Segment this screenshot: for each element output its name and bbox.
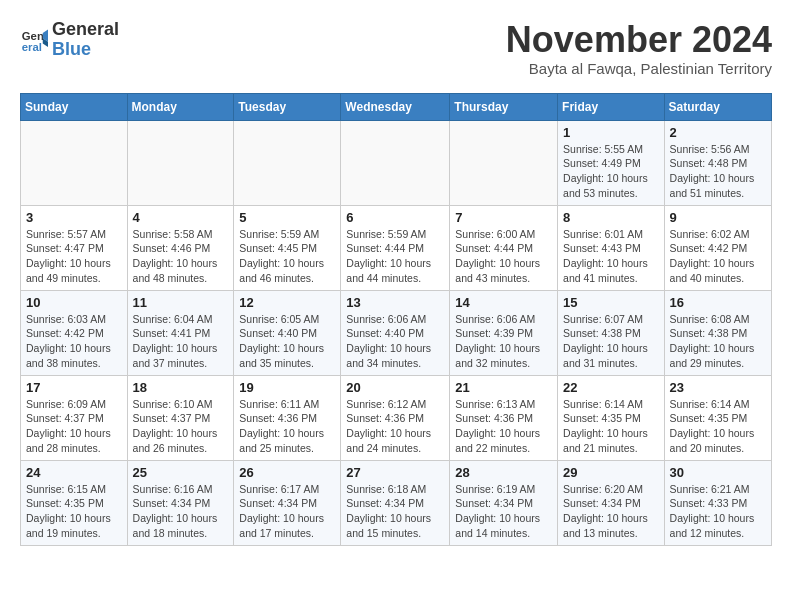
day-info: Sunrise: 5:58 AM Sunset: 4:46 PM Dayligh… (133, 227, 229, 286)
day-info: Sunrise: 6:18 AM Sunset: 4:34 PM Dayligh… (346, 482, 444, 541)
day-info: Sunrise: 6:07 AM Sunset: 4:38 PM Dayligh… (563, 312, 659, 371)
calendar-week-row: 17Sunrise: 6:09 AM Sunset: 4:37 PM Dayli… (21, 375, 772, 460)
calendar-week-row: 1Sunrise: 5:55 AM Sunset: 4:49 PM Daylig… (21, 120, 772, 205)
logo-text-blue: Blue (52, 40, 119, 60)
day-info: Sunrise: 6:15 AM Sunset: 4:35 PM Dayligh… (26, 482, 122, 541)
day-number: 2 (670, 125, 766, 140)
day-info: Sunrise: 6:21 AM Sunset: 4:33 PM Dayligh… (670, 482, 766, 541)
calendar-week-row: 3Sunrise: 5:57 AM Sunset: 4:47 PM Daylig… (21, 205, 772, 290)
day-number: 4 (133, 210, 229, 225)
calendar-day-cell: 3Sunrise: 5:57 AM Sunset: 4:47 PM Daylig… (21, 205, 128, 290)
calendar-day-cell: 13Sunrise: 6:06 AM Sunset: 4:40 PM Dayli… (341, 290, 450, 375)
day-number: 29 (563, 465, 659, 480)
calendar-day-cell: 10Sunrise: 6:03 AM Sunset: 4:42 PM Dayli… (21, 290, 128, 375)
calendar-day-cell: 2Sunrise: 5:56 AM Sunset: 4:48 PM Daylig… (664, 120, 771, 205)
calendar-day-cell (127, 120, 234, 205)
calendar-day-cell: 18Sunrise: 6:10 AM Sunset: 4:37 PM Dayli… (127, 375, 234, 460)
logo-text-general: General (52, 20, 119, 40)
day-number: 8 (563, 210, 659, 225)
calendar-day-cell: 6Sunrise: 5:59 AM Sunset: 4:44 PM Daylig… (341, 205, 450, 290)
day-info: Sunrise: 6:20 AM Sunset: 4:34 PM Dayligh… (563, 482, 659, 541)
page-header: Gen eral General Blue November 2024 Bayt… (20, 20, 772, 77)
day-number: 27 (346, 465, 444, 480)
day-info: Sunrise: 6:11 AM Sunset: 4:36 PM Dayligh… (239, 397, 335, 456)
calendar-day-cell: 27Sunrise: 6:18 AM Sunset: 4:34 PM Dayli… (341, 460, 450, 545)
day-number: 16 (670, 295, 766, 310)
day-info: Sunrise: 6:08 AM Sunset: 4:38 PM Dayligh… (670, 312, 766, 371)
logo: Gen eral General Blue (20, 20, 119, 60)
weekday-header-sunday: Sunday (21, 93, 128, 120)
day-number: 20 (346, 380, 444, 395)
calendar-day-cell: 26Sunrise: 6:17 AM Sunset: 4:34 PM Dayli… (234, 460, 341, 545)
day-info: Sunrise: 6:19 AM Sunset: 4:34 PM Dayligh… (455, 482, 552, 541)
day-info: Sunrise: 6:00 AM Sunset: 4:44 PM Dayligh… (455, 227, 552, 286)
title-area: November 2024 Bayta al Fawqa, Palestinia… (506, 20, 772, 77)
svg-text:eral: eral (22, 40, 42, 52)
calendar-day-cell: 11Sunrise: 6:04 AM Sunset: 4:41 PM Dayli… (127, 290, 234, 375)
day-info: Sunrise: 6:09 AM Sunset: 4:37 PM Dayligh… (26, 397, 122, 456)
calendar-week-row: 10Sunrise: 6:03 AM Sunset: 4:42 PM Dayli… (21, 290, 772, 375)
day-number: 19 (239, 380, 335, 395)
day-number: 9 (670, 210, 766, 225)
calendar-day-cell: 20Sunrise: 6:12 AM Sunset: 4:36 PM Dayli… (341, 375, 450, 460)
calendar-day-cell: 22Sunrise: 6:14 AM Sunset: 4:35 PM Dayli… (558, 375, 665, 460)
calendar-day-cell: 17Sunrise: 6:09 AM Sunset: 4:37 PM Dayli… (21, 375, 128, 460)
day-info: Sunrise: 6:04 AM Sunset: 4:41 PM Dayligh… (133, 312, 229, 371)
calendar-table: SundayMondayTuesdayWednesdayThursdayFrid… (20, 93, 772, 546)
day-number: 1 (563, 125, 659, 140)
location-subtitle: Bayta al Fawqa, Palestinian Territory (506, 60, 772, 77)
day-info: Sunrise: 6:05 AM Sunset: 4:40 PM Dayligh… (239, 312, 335, 371)
calendar-day-cell: 19Sunrise: 6:11 AM Sunset: 4:36 PM Dayli… (234, 375, 341, 460)
weekday-header-monday: Monday (127, 93, 234, 120)
calendar-day-cell (450, 120, 558, 205)
calendar-day-cell: 4Sunrise: 5:58 AM Sunset: 4:46 PM Daylig… (127, 205, 234, 290)
weekday-header-thursday: Thursday (450, 93, 558, 120)
day-info: Sunrise: 6:12 AM Sunset: 4:36 PM Dayligh… (346, 397, 444, 456)
calendar-day-cell: 14Sunrise: 6:06 AM Sunset: 4:39 PM Dayli… (450, 290, 558, 375)
calendar-day-cell: 28Sunrise: 6:19 AM Sunset: 4:34 PM Dayli… (450, 460, 558, 545)
calendar-day-cell: 25Sunrise: 6:16 AM Sunset: 4:34 PM Dayli… (127, 460, 234, 545)
month-title: November 2024 (506, 20, 772, 60)
calendar-week-row: 24Sunrise: 6:15 AM Sunset: 4:35 PM Dayli… (21, 460, 772, 545)
day-info: Sunrise: 6:17 AM Sunset: 4:34 PM Dayligh… (239, 482, 335, 541)
day-number: 11 (133, 295, 229, 310)
day-info: Sunrise: 6:13 AM Sunset: 4:36 PM Dayligh… (455, 397, 552, 456)
calendar-day-cell: 23Sunrise: 6:14 AM Sunset: 4:35 PM Dayli… (664, 375, 771, 460)
day-number: 30 (670, 465, 766, 480)
day-number: 7 (455, 210, 552, 225)
calendar-day-cell: 15Sunrise: 6:07 AM Sunset: 4:38 PM Dayli… (558, 290, 665, 375)
day-info: Sunrise: 5:55 AM Sunset: 4:49 PM Dayligh… (563, 142, 659, 201)
weekday-header-row: SundayMondayTuesdayWednesdayThursdayFrid… (21, 93, 772, 120)
day-number: 23 (670, 380, 766, 395)
calendar-day-cell: 30Sunrise: 6:21 AM Sunset: 4:33 PM Dayli… (664, 460, 771, 545)
day-number: 13 (346, 295, 444, 310)
day-info: Sunrise: 6:01 AM Sunset: 4:43 PM Dayligh… (563, 227, 659, 286)
day-info: Sunrise: 6:06 AM Sunset: 4:40 PM Dayligh… (346, 312, 444, 371)
weekday-header-tuesday: Tuesday (234, 93, 341, 120)
day-number: 18 (133, 380, 229, 395)
day-info: Sunrise: 5:59 AM Sunset: 4:44 PM Dayligh… (346, 227, 444, 286)
calendar-day-cell: 29Sunrise: 6:20 AM Sunset: 4:34 PM Dayli… (558, 460, 665, 545)
calendar-day-cell (234, 120, 341, 205)
day-info: Sunrise: 6:16 AM Sunset: 4:34 PM Dayligh… (133, 482, 229, 541)
weekday-header-friday: Friday (558, 93, 665, 120)
day-info: Sunrise: 5:56 AM Sunset: 4:48 PM Dayligh… (670, 142, 766, 201)
day-number: 5 (239, 210, 335, 225)
day-info: Sunrise: 6:02 AM Sunset: 4:42 PM Dayligh… (670, 227, 766, 286)
day-number: 21 (455, 380, 552, 395)
day-number: 14 (455, 295, 552, 310)
calendar-day-cell (341, 120, 450, 205)
weekday-header-wednesday: Wednesday (341, 93, 450, 120)
calendar-day-cell: 16Sunrise: 6:08 AM Sunset: 4:38 PM Dayli… (664, 290, 771, 375)
day-number: 12 (239, 295, 335, 310)
day-number: 10 (26, 295, 122, 310)
day-number: 26 (239, 465, 335, 480)
day-number: 3 (26, 210, 122, 225)
day-number: 17 (26, 380, 122, 395)
day-number: 22 (563, 380, 659, 395)
day-number: 6 (346, 210, 444, 225)
calendar-day-cell (21, 120, 128, 205)
calendar-day-cell: 1Sunrise: 5:55 AM Sunset: 4:49 PM Daylig… (558, 120, 665, 205)
day-info: Sunrise: 6:10 AM Sunset: 4:37 PM Dayligh… (133, 397, 229, 456)
day-number: 15 (563, 295, 659, 310)
